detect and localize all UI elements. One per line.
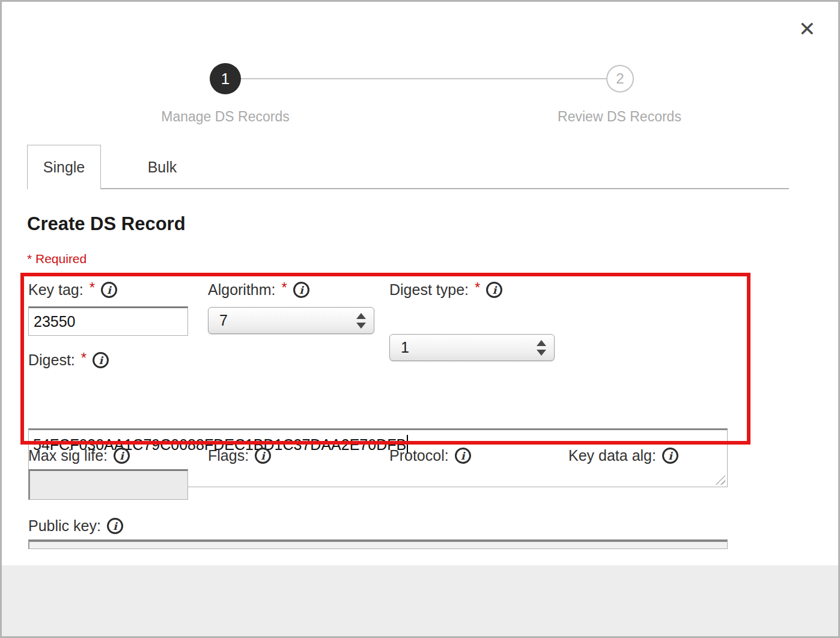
info-icon[interactable]: i bbox=[93, 352, 109, 368]
flags-label-row: Flags: i bbox=[208, 447, 271, 464]
required-asterisk: * bbox=[282, 279, 287, 296]
key-tag-value: 23550 bbox=[34, 313, 76, 330]
info-icon[interactable]: i bbox=[101, 282, 117, 298]
close-icon[interactable]: ✕ bbox=[799, 19, 816, 39]
required-asterisk: * bbox=[81, 350, 87, 366]
stepper-step-1-label: Manage DS Records bbox=[147, 109, 303, 125]
required-note: * Required bbox=[27, 252, 87, 266]
info-icon[interactable]: i bbox=[107, 518, 123, 534]
create-ds-record-dialog: ✕ 1 2 Manage DS Records Review DS Record… bbox=[0, 0, 840, 638]
stepper-step-2-number: 2 bbox=[616, 70, 624, 87]
select-arrows-icon bbox=[537, 340, 546, 356]
required-asterisk: * bbox=[475, 279, 480, 296]
key-tag-input[interactable]: 23550 bbox=[28, 306, 188, 336]
info-icon[interactable]: i bbox=[455, 448, 471, 464]
public-key-label: Public key: bbox=[28, 517, 101, 535]
key-data-alg-label: Key data alg: bbox=[568, 447, 656, 464]
info-icon[interactable]: i bbox=[662, 448, 678, 464]
select-arrows-icon bbox=[356, 313, 366, 329]
tab-bulk-label: Bulk bbox=[148, 159, 177, 176]
highlight-rectangle bbox=[20, 273, 750, 445]
stepper-step-2: 2 bbox=[606, 65, 634, 93]
stepper-connector-line bbox=[240, 78, 607, 79]
max-sig-life-label: Max sig life: bbox=[28, 447, 108, 464]
protocol-label: Protocol: bbox=[389, 447, 449, 464]
max-sig-life-label-row: Max sig life: i bbox=[28, 447, 130, 464]
algorithm-value: 7 bbox=[219, 312, 228, 329]
flags-label: Flags: bbox=[208, 447, 249, 464]
info-icon[interactable]: i bbox=[114, 448, 130, 464]
required-asterisk: * bbox=[90, 279, 95, 296]
stepper-step-1-number: 1 bbox=[221, 70, 230, 88]
key-tag-label: Key tag: bbox=[28, 281, 84, 299]
digest-type-label: Digest type: bbox=[389, 281, 469, 299]
info-icon[interactable]: i bbox=[255, 448, 271, 464]
tab-bulk[interactable]: Bulk bbox=[115, 145, 210, 189]
info-icon[interactable]: i bbox=[486, 282, 502, 298]
public-key-label-row: Public key: i bbox=[28, 517, 123, 535]
stepper-step-1: 1 bbox=[210, 63, 241, 94]
tab-bar: Single Bulk bbox=[27, 145, 789, 189]
algorithm-label: Algorithm: bbox=[208, 281, 276, 299]
key-tag-label-row: Key tag: * i bbox=[28, 281, 117, 299]
key-data-alg-label-row: Key data alg: i bbox=[568, 447, 678, 464]
digest-type-select[interactable]: 1 bbox=[389, 334, 555, 361]
page-title: Create DS Record bbox=[27, 213, 186, 235]
tab-single[interactable]: Single bbox=[27, 145, 101, 189]
tab-single-label: Single bbox=[43, 159, 85, 176]
public-key-textarea[interactable] bbox=[28, 539, 728, 549]
digest-type-label-row: Digest type: * i bbox=[389, 281, 502, 299]
info-icon[interactable]: i bbox=[293, 282, 309, 298]
protocol-label-row: Protocol: i bbox=[389, 447, 471, 464]
max-sig-life-input[interactable] bbox=[28, 469, 188, 500]
digest-label: Digest: bbox=[28, 351, 75, 369]
algorithm-select[interactable]: 7 bbox=[208, 307, 374, 334]
resize-handle-icon[interactable] bbox=[714, 473, 725, 485]
dialog-footer: Cancel Back Next bbox=[2, 565, 838, 636]
stepper-step-2-label: Review DS Records bbox=[541, 109, 698, 125]
digest-label-row: Digest: * i bbox=[28, 351, 109, 369]
algorithm-label-row: Algorithm: * i bbox=[208, 281, 309, 299]
digest-type-value: 1 bbox=[401, 339, 409, 356]
